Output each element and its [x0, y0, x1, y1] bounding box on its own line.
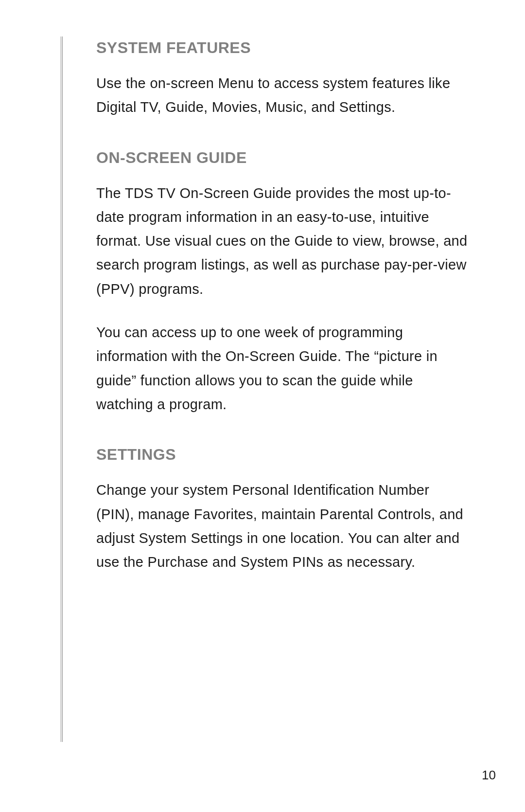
heading-on-screen-guide: ON-SCREEN GUIDE [96, 149, 471, 167]
page-number: 10 [482, 768, 496, 783]
paragraph: Change your system Personal Identificati… [96, 478, 471, 574]
section-settings: SETTINGS Change your system Personal Ide… [96, 446, 471, 574]
content-area: SYSTEM FEATURES Use the on-screen Menu t… [96, 39, 471, 603]
section-on-screen-guide: ON-SCREEN GUIDE The TDS TV On-Screen Gui… [96, 149, 471, 417]
paragraph: You can access up to one week of program… [96, 321, 471, 416]
paragraph: The TDS TV On-Screen Guide provides the … [96, 181, 471, 301]
heading-system-features: SYSTEM FEATURES [96, 39, 471, 57]
vertical-rule-right [62, 36, 63, 742]
vertical-rule-left [61, 36, 61, 742]
section-system-features: SYSTEM FEATURES Use the on-screen Menu t… [96, 39, 471, 120]
heading-settings: SETTINGS [96, 446, 471, 464]
document-page: SYSTEM FEATURES Use the on-screen Menu t… [0, 0, 525, 812]
paragraph: Use the on-screen Menu to access system … [96, 72, 471, 120]
